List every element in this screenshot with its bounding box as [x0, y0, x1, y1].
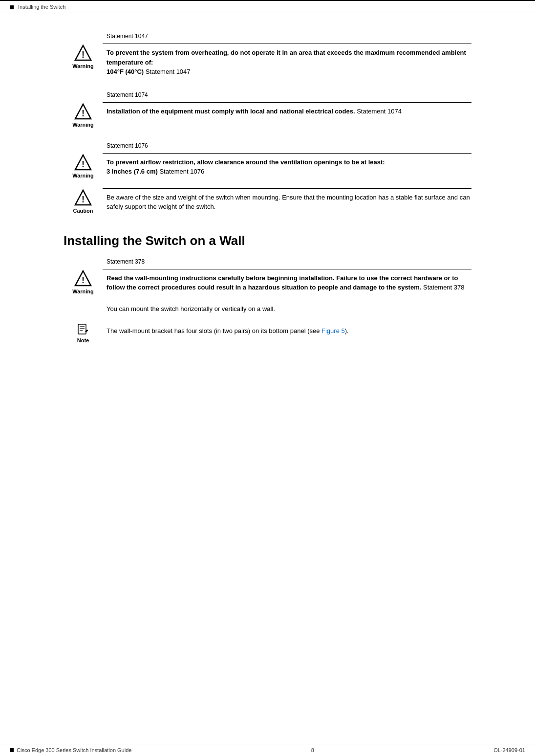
svg-text:!: ! — [82, 275, 85, 285]
warning-triangle-icon-2: ! — [74, 103, 92, 121]
footer-doc-number: OL-24909-01 — [493, 747, 525, 753]
warning-icon-col: ! Warning — [64, 44, 103, 69]
warning-1074-content: Installation of the equipment must compl… — [103, 102, 471, 116]
footer-page-number: 8 — [311, 747, 314, 753]
warning-label: Warning — [72, 63, 94, 69]
warning-378-content: Read the wall-mounting instructions care… — [103, 269, 471, 292]
breadcrumb: Installing the Switch — [0, 1, 535, 13]
note-figure-link[interactable]: Figure 5 — [321, 327, 345, 334]
svg-text:!: ! — [82, 159, 85, 169]
caution-text: Be aware of the size and weight of the s… — [107, 194, 470, 211]
svg-text:!: ! — [82, 195, 85, 204]
warning-triangle-icon-3: ! — [74, 154, 92, 172]
note-block: Note The wall-mount bracket has four slo… — [64, 322, 471, 348]
note-icon-col: Note — [64, 322, 103, 343]
warning-1076-bold2: 3 inches (7.6 cm) — [107, 168, 158, 175]
note-content: The wall-mount bracket has four slots (i… — [103, 322, 471, 336]
footer-guide-name: Cisco Edge 300 Series Switch Installatio… — [17, 747, 131, 753]
warning-label-2: Warning — [72, 122, 94, 128]
warning-1076-normal: Statement 1076 — [158, 168, 204, 175]
svg-rect-10 — [78, 324, 86, 334]
statement-1047-heading: Statement 1047 — [64, 33, 471, 40]
note-text-after: ). — [345, 327, 349, 334]
statement-1074-heading: Statement 1074 — [64, 91, 471, 98]
caution-label: Caution — [73, 208, 93, 214]
svg-text:!: ! — [82, 109, 85, 118]
warning-icon-col-3: ! Warning — [64, 153, 103, 178]
warning-1047-bold: To prevent the system from overheating, … — [107, 49, 466, 75]
note-text-before: The wall-mount bracket has four slots (i… — [107, 327, 321, 334]
warning-378-bold: Read the wall-mounting instructions care… — [107, 274, 458, 291]
footer-left: Cisco Edge 300 Series Switch Installatio… — [10, 747, 131, 753]
warning-icon-col-2: ! Warning — [64, 102, 103, 128]
main-content: Statement 1047 ! Warning To prevent the … — [0, 13, 535, 382]
section-heading-wall: Installing the Switch on a Wall — [64, 233, 471, 248]
caution-triangle-icon: ! — [74, 189, 92, 207]
warning-triangle-icon: ! — [74, 44, 92, 62]
warning-icon-col-4: ! Warning — [64, 269, 103, 294]
footer-bullet — [10, 748, 14, 752]
warning-1076-content: To prevent airflow restriction, allow cl… — [103, 153, 471, 177]
statement-378-heading: Statement 378 — [64, 258, 471, 265]
warning-1047-content: To prevent the system from overheating, … — [103, 44, 471, 77]
warning-triangle-icon-4: ! — [74, 270, 92, 288]
warning-1074-bold: Installation of the equipment must compl… — [107, 108, 355, 115]
warning-1047: ! Warning To prevent the system from ove… — [64, 44, 471, 82]
breadcrumb-bullet — [10, 5, 14, 9]
warning-label-4: Warning — [72, 289, 94, 294]
paragraph-mount: You can mount the switch horizontally or… — [64, 304, 471, 314]
warning-378-normal: Statement 378 — [421, 284, 464, 291]
caution-content: Be aware of the size and weight of the s… — [103, 188, 471, 212]
warning-1074-normal: Statement 1074 — [355, 108, 402, 115]
note-label: Note — [77, 337, 89, 343]
breadcrumb-text: Installing the Switch — [18, 4, 65, 10]
svg-text:!: ! — [82, 50, 85, 60]
warning-1074: ! Warning Installation of the equipment … — [64, 102, 471, 133]
note-icon — [76, 323, 90, 336]
caution-block: ! Caution Be aware of the size and weigh… — [64, 188, 471, 219]
caution-icon-col: ! Caution — [64, 188, 103, 214]
warning-label-3: Warning — [72, 173, 94, 178]
statement-1076-heading: Statement 1076 — [64, 142, 471, 149]
warning-1076: ! Warning To prevent airflow restriction… — [64, 153, 471, 183]
footer: Cisco Edge 300 Series Switch Installatio… — [0, 744, 535, 756]
warning-378: ! Warning Read the wall-mounting instruc… — [64, 269, 471, 299]
warning-1076-bold: To prevent airflow restriction, allow cl… — [107, 158, 385, 166]
